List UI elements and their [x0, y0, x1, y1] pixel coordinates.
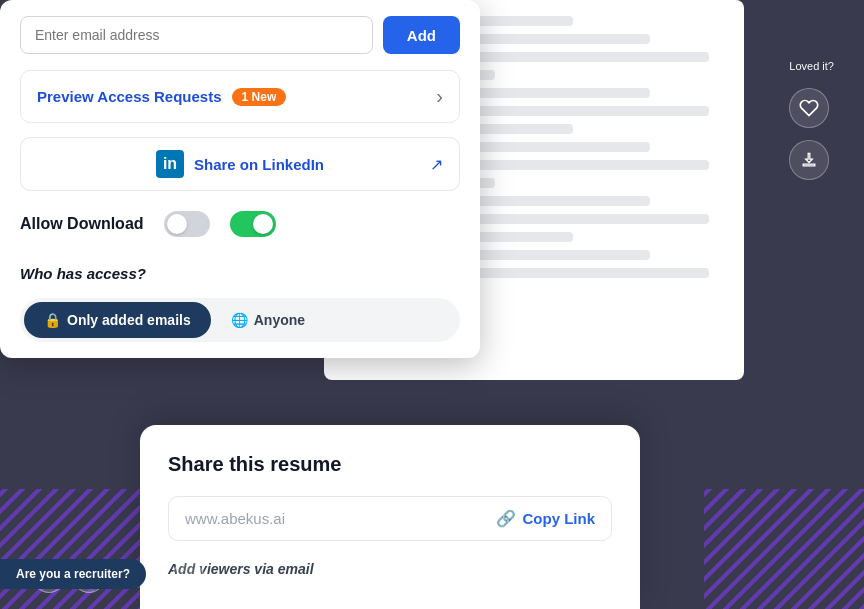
chevron-right-icon: › [436, 85, 443, 108]
share-modal-bottom: Share this resume www.abekus.ai 🔗 Copy L… [140, 425, 640, 609]
email-input[interactable] [20, 16, 373, 54]
download-icon [799, 150, 819, 170]
new-badge: 1 New [232, 88, 287, 106]
globe-icon: 🌐 [231, 312, 248, 328]
linkedin-icon: in [156, 150, 184, 178]
heart-icon [799, 98, 819, 118]
who-has-access-label: Who has access? [20, 265, 460, 282]
linkedin-row[interactable]: in Share on LinkedIn ↗ [20, 137, 460, 191]
lock-icon: 🔒 [44, 312, 61, 328]
recruiter-banner[interactable]: Are you a recruiter? [0, 559, 146, 589]
link-icon: 🔗 [496, 509, 516, 528]
url-text: www.abekus.ai [185, 510, 496, 527]
linkedin-label: Share on LinkedIn [194, 156, 324, 173]
toggle-knob-on [253, 214, 273, 234]
share-card-top: Add Preview Access Requests 1 New › in S… [0, 0, 480, 358]
download-button[interactable] [789, 140, 829, 180]
loved-it-label: Loved it? [789, 60, 834, 72]
copy-link-label: Copy Link [522, 510, 595, 527]
add-button[interactable]: Add [383, 16, 460, 54]
copy-link-row: www.abekus.ai 🔗 Copy Link [168, 496, 612, 541]
toggle-knob-off [167, 214, 187, 234]
add-viewers-label: Add viewers via email [168, 561, 612, 577]
anyone-label: Anyone [254, 312, 305, 328]
allow-download-toggle-on[interactable] [230, 211, 276, 237]
preview-access-label: Preview Access Requests [37, 88, 222, 105]
next-page-button[interactable] [172, 561, 204, 593]
right-panel: Loved it? [789, 60, 834, 180]
purple-stripes-right [704, 489, 864, 609]
heart-button[interactable] [789, 88, 829, 128]
allow-download-toggle-off[interactable] [164, 211, 210, 237]
external-link-icon: ↗ [430, 155, 443, 174]
only-added-emails-button[interactable]: 🔒 Only added emails [24, 302, 211, 338]
preview-access-row[interactable]: Preview Access Requests 1 New › [20, 70, 460, 123]
email-row: Add [20, 16, 460, 54]
copy-link-button[interactable]: 🔗 Copy Link [496, 509, 595, 528]
preview-row-left: Preview Access Requests 1 New [37, 88, 286, 106]
allow-download-label: Allow Download [20, 215, 144, 233]
access-options: 🔒 Only added emails 🌐 Anyone [20, 298, 460, 342]
modal-title: Share this resume [168, 453, 612, 476]
only-added-emails-label: Only added emails [67, 312, 191, 328]
allow-download-row: Allow Download [20, 211, 460, 237]
chevron-down-icon [181, 570, 195, 584]
anyone-button[interactable]: 🌐 Anyone [211, 302, 325, 338]
